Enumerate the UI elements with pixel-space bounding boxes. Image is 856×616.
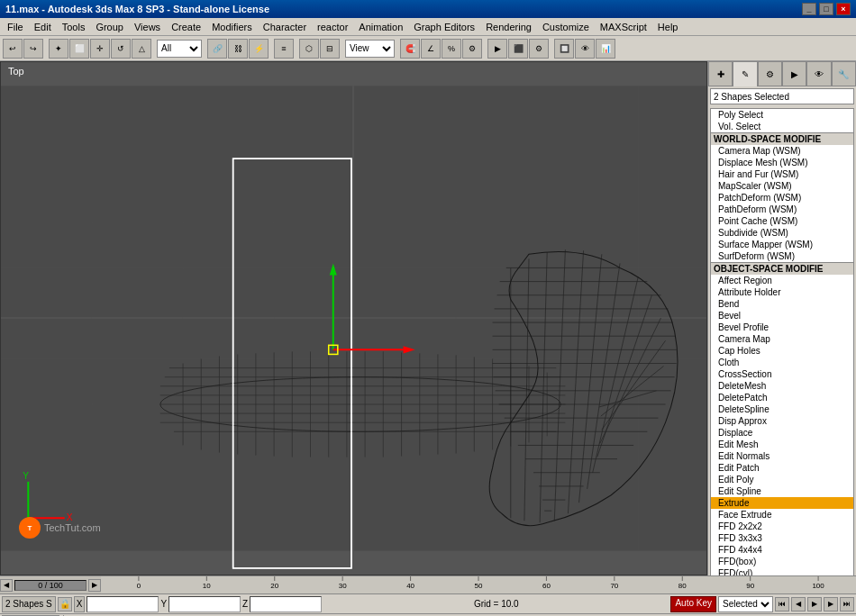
viewport-config-button[interactable]: 🔲	[554, 39, 574, 59]
modifier-item-patchdeform-wsm[interactable]: PatchDeform (WSM)	[711, 192, 853, 204]
menu-reactor[interactable]: reactor	[312, 21, 353, 33]
selection-filter[interactable]: All	[157, 40, 202, 58]
menu-maxscript[interactable]: MAXScript	[595, 21, 652, 33]
modifier-item-edit-poly[interactable]: Edit Poly	[711, 474, 853, 485]
rotate-button[interactable]: ↺	[111, 39, 131, 59]
menu-rendering[interactable]: Rendering	[480, 21, 537, 33]
maximize-button[interactable]: □	[819, 3, 833, 15]
menu-graph-editors[interactable]: Graph Editors	[408, 21, 480, 33]
layer-button[interactable]: ≡	[274, 39, 294, 59]
modifier-item-point-cache-wsm[interactable]: Point Cache (WSM)	[711, 215, 853, 227]
modifier-item-hair-fur-wsm[interactable]: Hair and Fur (WSM)	[711, 168, 853, 180]
modifier-item-vol-select[interactable]: Vol. Select	[711, 121, 853, 132]
quick-render-button[interactable]: ⬛	[508, 39, 528, 59]
tab-display[interactable]: 👁	[806, 61, 831, 86]
modifier-item-displace-mesh-wsm[interactable]: Displace Mesh (WSM)	[711, 157, 853, 168]
modifier-item-cloth[interactable]: Cloth	[711, 357, 853, 368]
lock-button[interactable]: 🔒	[58, 597, 72, 611]
scale-button[interactable]: △	[132, 39, 151, 59]
modifier-item-displace[interactable]: Displace	[711, 427, 853, 439]
menu-character[interactable]: Character	[258, 21, 312, 33]
redo-button[interactable]: ↪	[23, 39, 43, 59]
x-coord-input[interactable]	[87, 596, 159, 612]
mirror-button[interactable]: ⬡	[299, 39, 319, 59]
modifier-item-camera-map[interactable]: Camera Map	[711, 333, 853, 345]
window-controls[interactable]: _ □ ×	[802, 3, 851, 15]
menu-file[interactable]: File	[2, 21, 29, 33]
render-settings-button[interactable]: ⚙	[529, 39, 549, 59]
modifier-item-ffd-box[interactable]: FFD(box)	[711, 556, 853, 567]
menu-animation[interactable]: Animation	[353, 21, 408, 33]
modifier-item-pathdeform-wsm[interactable]: PathDeform (WSM)	[711, 204, 853, 215]
modifier-item-edit-mesh[interactable]: Edit Mesh	[711, 439, 853, 450]
modifier-item-ffd-2x2x2[interactable]: FFD 2x2x2	[711, 521, 853, 532]
modifier-item-bend[interactable]: Bend	[711, 298, 853, 310]
angle-snap-button[interactable]: ∠	[421, 39, 441, 59]
modifier-item-surface-mapper-wsm[interactable]: Surface Mapper (WSM)	[711, 239, 853, 250]
modifier-item-camera-map-wsm[interactable]: Camera Map (WSM)	[711, 145, 853, 157]
modifier-item-ffd-3x3x3[interactable]: FFD 3x3x3	[711, 532, 853, 544]
modifier-item-mapscaler-wsm[interactable]: MapScaler (WSM)	[711, 180, 853, 192]
menu-tools[interactable]: Tools	[57, 21, 91, 33]
modifier-item-poly-select[interactable]: Poly Select	[711, 109, 853, 121]
minimize-button[interactable]: _	[802, 3, 816, 15]
spinner-snap-button[interactable]: ⚙	[462, 39, 482, 59]
modifier-item-deletepatch[interactable]: DeletePatch	[711, 392, 853, 403]
render-button[interactable]: ▶	[487, 39, 507, 59]
modifier-item-surfdeform-wsm[interactable]: SurfDeform (WSM)	[711, 250, 853, 262]
tab-motion[interactable]: ▶	[782, 61, 806, 86]
menu-modifiers[interactable]: Modifiers	[206, 21, 258, 33]
modifier-item-cap-holes[interactable]: Cap Holes	[711, 345, 853, 357]
menu-views[interactable]: Views	[129, 21, 166, 33]
modifier-item-affect-region[interactable]: Affect Region	[711, 275, 853, 286]
bind-button[interactable]: ⚡	[249, 39, 269, 59]
menu-create[interactable]: Create	[166, 21, 206, 33]
y-coord-input[interactable]	[168, 596, 241, 612]
viewport[interactable]: Top	[0, 61, 707, 575]
auto-key-button[interactable]: Auto Key	[670, 596, 716, 612]
modifier-item-disp-approx[interactable]: Disp Approx	[711, 415, 853, 427]
modifier-item-face-extrude[interactable]: Face Extrude	[711, 509, 853, 521]
move-button[interactable]: ✛	[90, 39, 110, 59]
tab-hierarchy[interactable]: ⚙	[758, 61, 782, 86]
snap-button[interactable]: 🧲	[400, 39, 420, 59]
modifier-item-crosssection[interactable]: CrossSection	[711, 368, 853, 380]
menu-customize[interactable]: Customize	[537, 21, 595, 33]
modifier-item-subdivide-wsm[interactable]: Subdivide (WSM)	[711, 227, 853, 239]
z-coord-input[interactable]	[250, 596, 322, 612]
modifier-list[interactable]: Poly Select Vol. Select WORLD-SPACE MODI…	[710, 108, 854, 575]
close-button[interactable]: ×	[836, 3, 851, 15]
stats-button[interactable]: 📊	[596, 39, 615, 59]
modifier-item-deletespline[interactable]: DeleteSpline	[711, 403, 853, 415]
tab-modify[interactable]: ✎	[733, 61, 757, 86]
next-frame-button[interactable]: ⏭	[840, 597, 854, 611]
modifier-item-bevel-profile[interactable]: Bevel Profile	[711, 322, 853, 333]
play-button[interactable]: ▶	[807, 597, 822, 611]
tab-create[interactable]: ✚	[708, 61, 733, 86]
undo-button[interactable]: ↩	[3, 39, 23, 59]
select-region-button[interactable]: ⬜	[69, 39, 89, 59]
modifier-item-bevel[interactable]: Bevel	[711, 310, 853, 322]
percent-snap-button[interactable]: %	[442, 39, 461, 59]
shapes-count-button[interactable]: 2 Shapes S	[2, 596, 56, 612]
modifier-item-edit-normals[interactable]: Edit Normals	[711, 450, 853, 462]
modifier-item-deletemesh[interactable]: DeleteMesh	[711, 380, 853, 392]
modifier-item-edit-spline[interactable]: Edit Spline	[711, 485, 853, 497]
tab-utilities[interactable]: 🔧	[832, 61, 856, 86]
modifier-item-ffd-4x4x4[interactable]: FFD 4x4x4	[711, 544, 853, 556]
link-button[interactable]: 🔗	[207, 39, 227, 59]
selected-dropdown[interactable]: Selected	[718, 596, 773, 612]
modifier-item-ffd-cyl[interactable]: FFD(cyl)	[711, 567, 853, 575]
menu-help[interactable]: Help	[652, 21, 684, 33]
modifier-item-extrude[interactable]: Extrude	[711, 497, 853, 509]
viewport-type-button[interactable]: 👁	[575, 39, 595, 59]
prev-key-button[interactable]: ◀	[791, 597, 806, 611]
modifier-item-edit-patch[interactable]: Edit Patch	[711, 462, 853, 474]
next-key-button[interactable]: ▶	[824, 597, 838, 611]
view-dropdown[interactable]: View	[345, 40, 395, 58]
prev-frame-button[interactable]: ⏮	[775, 597, 789, 611]
unlink-button[interactable]: ⛓	[228, 39, 248, 59]
menu-edit[interactable]: Edit	[29, 21, 57, 33]
ruler-left-btn[interactable]: ◀	[0, 579, 13, 592]
menu-group[interactable]: Group	[90, 21, 129, 33]
